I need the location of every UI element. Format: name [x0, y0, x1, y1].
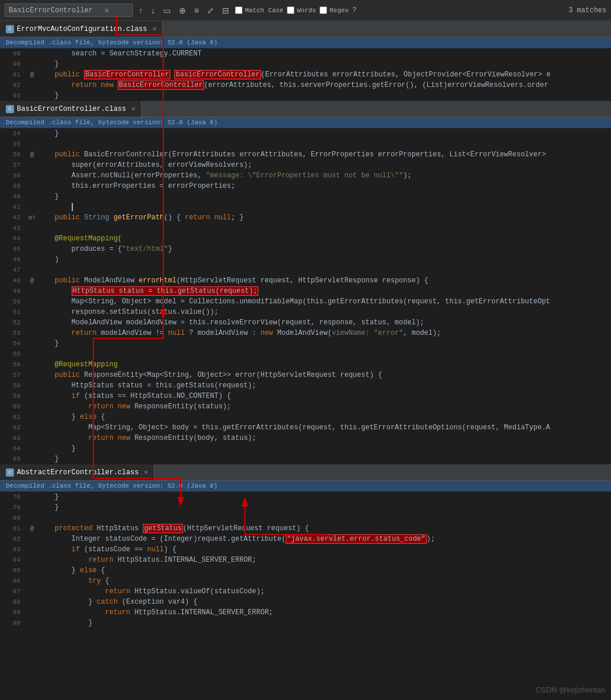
- table-row: 85 } else {: [0, 565, 611, 576]
- tab-bar-3: c AbstractErrorController.class ✕: [0, 464, 611, 481]
- table-row: 58 HttpStatus status = this.getStatus(re…: [0, 380, 611, 391]
- table-row: 86 try {: [0, 576, 611, 586]
- match-case-option[interactable]: Match Case: [235, 6, 283, 14]
- help-icon[interactable]: ?: [352, 6, 356, 15]
- table-row: 80: [0, 513, 611, 523]
- match-count: 3 matches: [568, 6, 606, 15]
- table-row: 65 }: [0, 454, 611, 464]
- words-checkbox[interactable]: [287, 6, 294, 14]
- tab-bar-2: c BasicErrorController.class ✕: [0, 101, 611, 117]
- table-row: 49 HttpStatus status = this.getStatus(re…: [0, 286, 611, 296]
- table-row: 83 if (statusCode == null) {: [0, 544, 611, 555]
- table-row: 62 Map<String, Object> body = this.getEr…: [0, 422, 611, 433]
- tab-abstracterrorcontroller[interactable]: c AbstractErrorController.class ✕: [0, 464, 154, 480]
- class-file-icon-2: c: [6, 105, 14, 113]
- table-row: 35: [0, 139, 611, 149]
- info-bar-2: Decompiled .class file, bytecode version…: [0, 117, 611, 128]
- table-row: 48 @ public ModelAndView errorHtml(HttpS…: [0, 275, 611, 286]
- table-row: 43: [0, 223, 611, 233]
- tab-close-3[interactable]: ✕: [144, 468, 148, 477]
- table-row: 40 }: [0, 191, 611, 202]
- search-clear-button[interactable]: ✕: [104, 5, 109, 15]
- tab-title-1: ErrorMvcAutoConfiguration.class: [17, 25, 147, 33]
- regex-option[interactable]: Regex: [319, 6, 349, 14]
- table-row: 42 o! public String getErrorPath() { ret…: [0, 212, 611, 223]
- table-row: 78 }: [0, 492, 611, 502]
- table-row: 82 Integer statusCode = (Integer)request…: [0, 534, 611, 544]
- search-input-wrap[interactable]: ✕: [5, 4, 133, 17]
- table-row: 34 }: [0, 128, 611, 139]
- table-row: 93 }: [0, 90, 611, 101]
- watermark: CSDN @kejizhentan: [536, 685, 605, 694]
- table-row: 92 return new BasicErrorController(error…: [0, 80, 611, 90]
- words-option[interactable]: Words: [287, 6, 316, 14]
- table-row: 56 @RequestMapping: [0, 359, 611, 370]
- tab-close-1[interactable]: ✕: [152, 24, 156, 33]
- match-case-label: Match Case: [245, 7, 283, 14]
- table-row: 55: [0, 349, 611, 359]
- tab-errormvcautoconfig[interactable]: c ErrorMvcAutoConfiguration.class ✕: [0, 21, 163, 37]
- table-row: 44 @RequestMapping(: [0, 233, 611, 244]
- table-row: 64 }: [0, 443, 611, 454]
- table-row: 81 @ protected HttpStatus getStatus(Http…: [0, 523, 611, 534]
- words-label: Words: [297, 7, 316, 14]
- table-row: 84 return HttpStatus.INTERNAL_SERVER_ERR…: [0, 555, 611, 565]
- filter-button[interactable]: ⊟: [220, 5, 231, 16]
- info-bar-1: Decompiled .class file, bytecode version…: [0, 37, 611, 48]
- tab-close-2[interactable]: ✕: [131, 104, 135, 113]
- table-row: 54 }: [0, 338, 611, 349]
- next-match-button[interactable]: ↓: [149, 5, 157, 16]
- code-panel-3: 78 } 79 } 80 81 @ protected HttpStatus g…: [0, 492, 611, 628]
- tab-bar-1: c ErrorMvcAutoConfiguration.class ✕: [0, 21, 611, 37]
- add-cursor-button[interactable]: ⊕: [177, 5, 188, 16]
- table-row: 36 @ public BasicErrorController(ErrorAt…: [0, 149, 611, 160]
- tab-title-3: AbstractErrorController.class: [17, 468, 139, 477]
- table-row: 50 Map<String, Object> model = Collectio…: [0, 296, 611, 307]
- table-row: 89 return HttpStatus.INTERNAL_SERVER_ERR…: [0, 607, 611, 618]
- panel-abstracterrorcontroller: c AbstractErrorController.class ✕ Decomp…: [0, 464, 611, 628]
- table-row: 52 ModelAndView modelAndView = this.reso…: [0, 317, 611, 328]
- search-input[interactable]: [9, 6, 102, 15]
- table-row: 41: [0, 202, 611, 212]
- table-row: 79 }: [0, 502, 611, 513]
- table-row: 59 if (status == HttpStatus.NO_CONTENT) …: [0, 391, 611, 401]
- tab-title-2: BasicErrorController.class: [17, 105, 126, 113]
- table-row: 38 Assert.notNull(errorProperties, "mess…: [0, 170, 611, 181]
- table-row: 60 return new ResponseEntity(status);: [0, 401, 611, 412]
- match-case-checkbox[interactable]: [235, 6, 243, 14]
- table-row: 90 }: [0, 59, 611, 69]
- table-row: 87 return HttpStatus.valueOf(statusCode)…: [0, 586, 611, 597]
- multi-line-button[interactable]: ≡: [192, 5, 201, 16]
- tab-basicerrorcontroller[interactable]: c BasicErrorController.class ✕: [0, 101, 142, 117]
- table-row: 46 ): [0, 254, 611, 265]
- table-row: 51 response.setStatus(status.value());: [0, 307, 611, 317]
- code-panel-1: 89 search = SearchStrategy.CURRENT 90 } …: [0, 48, 611, 101]
- regex-label: Regex: [329, 7, 349, 14]
- panel-basicerrorcontroller: c BasicErrorController.class ✕ Decompile…: [0, 101, 611, 464]
- class-file-icon: c: [6, 25, 14, 33]
- search-bar: ✕ ↑ ↓ ▭ ⊕ ≡ ⤢ ⊟ Match Case Words Regex ?…: [0, 0, 611, 21]
- table-row: 39 this.errorProperties = errorPropertie…: [0, 181, 611, 191]
- regex-checkbox[interactable]: [319, 6, 327, 14]
- code-panel-2: 34 } 35 36 @ public BasicErrorController…: [0, 128, 611, 464]
- table-row: 91 @ public BasicErrorController basicEr…: [0, 69, 611, 80]
- class-file-icon-3: c: [6, 468, 14, 477]
- find-in-file-button[interactable]: ▭: [161, 5, 173, 16]
- table-row: 37 super(errorAttributes, errorViewResol…: [0, 160, 611, 170]
- table-row: 47: [0, 265, 611, 275]
- expand-button[interactable]: ⤢: [205, 5, 216, 16]
- prev-match-button[interactable]: ↑: [136, 5, 145, 16]
- table-row: 89 search = SearchStrategy.CURRENT: [0, 48, 611, 59]
- table-row: 45 produces = {"text/html"}: [0, 244, 611, 254]
- table-row: 90 }: [0, 618, 611, 628]
- info-bar-3: Decompiled .class file, bytecode version…: [0, 481, 611, 492]
- table-row: 63 return new ResponseEntity(body, statu…: [0, 433, 611, 443]
- table-row: 61 } else {: [0, 412, 611, 422]
- table-row: 53 return modelAndView != null ? modelAn…: [0, 328, 611, 338]
- panel-errormvcautoconfig: c ErrorMvcAutoConfiguration.class ✕ Deco…: [0, 21, 611, 101]
- table-row: 88 } catch (Exception var4) {: [0, 597, 611, 607]
- table-row: 57 public ResponseEntity<Map<String, Obj…: [0, 370, 611, 380]
